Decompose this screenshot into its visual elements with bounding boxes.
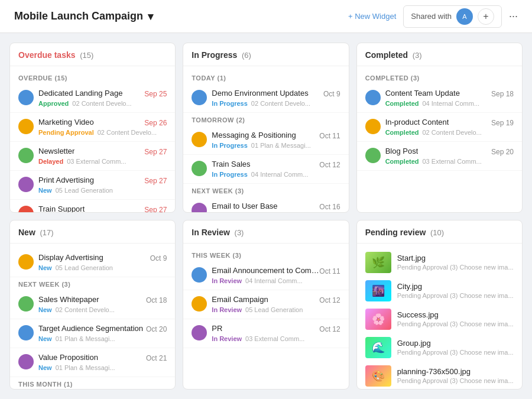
section-label: TOMORROW (2) (183, 113, 348, 126)
review-item-name: Success.jpg (397, 310, 514, 319)
new-widget-button[interactable]: + New Widget (348, 12, 396, 21)
task-date: Sep 27 (144, 177, 167, 186)
task-item[interactable]: Marketing VideoSep 26Pending Approval02 … (10, 113, 175, 142)
task-item[interactable]: Messaging & PositioningOct 11In Progress… (183, 126, 348, 155)
task-item[interactable]: Target Audience SegmentationOct 20New01 … (10, 319, 175, 348)
task-sub: 05 Lead Generation (245, 306, 303, 313)
task-item[interactable]: PROct 12In Review03 External Comm... (183, 319, 348, 348)
status-badge: New (38, 264, 52, 272)
task-item[interactable]: In-product ContentSep 19Completed02 Cont… (357, 113, 522, 142)
review-thumbnail: 🌊 (365, 337, 391, 358)
section-label: NEXT WEEK (3) (183, 184, 348, 197)
task-name: Messaging & Positioning (212, 131, 296, 140)
task-name: Dedicated Landing Page (38, 89, 122, 98)
task-sub: 01 Plan & Messagi... (56, 335, 115, 342)
task-item[interactable]: Dedicated Landing PageSep 25Approved02 C… (10, 84, 175, 113)
task-date: Oct 9 (150, 254, 167, 264)
task-date: Oct 11 (319, 267, 340, 277)
column-overdue-title: Overdue tasks (15) (18, 50, 93, 60)
task-name: Sales Whitepaper (38, 295, 99, 304)
status-badge: In Review (212, 306, 242, 314)
review-item-sub: Pending Approval (3) Choose new ima... (397, 264, 514, 271)
task-item[interactable]: NewsletterSep 27Delayed03 External Comm.… (10, 142, 175, 171)
status-badge: New (38, 186, 52, 194)
chevron-down-icon[interactable]: ▾ (148, 10, 153, 23)
task-sub: 03 External Comm... (423, 158, 482, 165)
task-sub: 04 Internal Comm... (251, 171, 309, 178)
review-item[interactable]: 🌊Group.jpgPending Approval (3) Choose ne… (357, 333, 522, 362)
task-name: Email Campaign (212, 295, 268, 304)
task-date: Sep 25 (144, 90, 167, 99)
task-name: Demo Environment Updates (212, 89, 308, 98)
task-item[interactable]: Email Announcement to Comp...Oct 11In Re… (183, 261, 348, 290)
task-item[interactable]: Print AdvertisingSep 27New05 Lead Genera… (10, 171, 175, 200)
task-date: Oct 16 (319, 203, 340, 212)
column-new: New (17) Display AdvertisingOct 9New05 L… (9, 220, 176, 390)
task-date: Oct 20 (146, 325, 167, 335)
status-badge: New (38, 306, 52, 314)
shared-with-label: Shared with (411, 12, 452, 21)
task-date: Sep 27 (144, 206, 167, 212)
task-item[interactable]: Sales WhitepaperOct 18New02 Content Deve… (10, 290, 175, 319)
review-thumbnail: 🌸 (365, 309, 391, 330)
task-sub: 03 External Comm... (245, 335, 304, 342)
task-date: Oct 11 (319, 132, 340, 141)
task-name: Train Support (38, 205, 85, 212)
task-name: Train Sales (212, 160, 250, 168)
task-sub: 02 Content Develo... (56, 306, 115, 313)
status-badge: Completed (385, 99, 419, 108)
column-completed-title: Completed (3) (365, 50, 422, 60)
status-badge: In Progress (212, 99, 248, 108)
review-item-name: Group.jpg (397, 339, 514, 348)
task-item[interactable]: Content Team UpdateSep 18Completed04 Int… (357, 84, 522, 113)
review-item[interactable]: 🌿Start.jpgPending Approval (3) Choose ne… (357, 248, 522, 277)
task-item[interactable]: Blog PostSep 20Completed03 External Comm… (357, 142, 522, 171)
review-item-name: planning-736x500.jpg (397, 367, 514, 376)
task-date: Oct 12 (319, 325, 340, 335)
review-item-sub: Pending Approval (3) Choose new ima... (397, 377, 514, 384)
task-sub: 05 Lead Generation (56, 264, 113, 271)
task-item[interactable]: Train SalesOct 12In Progress04 Internal … (183, 155, 348, 184)
status-badge: Pending Approval (38, 128, 94, 137)
status-badge: New (38, 335, 52, 343)
add-shared-button[interactable]: + (478, 8, 494, 25)
task-item[interactable]: Email to User BaseOct 16In Progress03 Ex… (183, 197, 348, 212)
column-in-progress: In Progress (6) TODAY (1)Demo Environmen… (183, 43, 349, 213)
task-name: Target Audience Segmentation (38, 324, 143, 333)
more-options-button[interactable]: ··· (509, 10, 518, 22)
section-label: THIS WEEK (3) (183, 248, 348, 261)
task-name: Display Advertising (38, 253, 103, 262)
task-item[interactable]: Train SupportSep 27New04 Internal Comm..… (10, 200, 175, 212)
task-name: PR (212, 324, 222, 333)
task-sub: 05 Lead Generation (56, 187, 113, 194)
section-label: OVERDUE (15) (10, 71, 175, 84)
review-thumbnail: 🎨 (365, 365, 391, 387)
column-pending-review-title: Pending review (10) (365, 228, 444, 237)
status-badge: New (38, 364, 52, 372)
review-item[interactable]: 🌆City.jpgPending Approval (3) Choose new… (357, 277, 522, 305)
task-date: Oct 9 (323, 90, 340, 99)
task-sub: 04 Internal Comm... (245, 277, 303, 284)
status-badge: In Review (212, 277, 242, 285)
status-badge: In Review (212, 335, 242, 343)
task-date: Sep 27 (144, 148, 167, 157)
section-label: COMPLETED (3) (357, 71, 522, 84)
task-item[interactable]: Display AdvertisingOct 9New05 Lead Gener… (10, 248, 175, 277)
task-sub: 02 Content Develo... (423, 129, 482, 136)
task-date: Oct 21 (146, 354, 167, 364)
task-date: Oct 18 (146, 296, 167, 306)
review-item-name: City.jpg (397, 282, 514, 291)
status-badge: Approved (38, 99, 69, 108)
task-name: Blog Post (385, 147, 419, 155)
review-item[interactable]: 🌸Success.jpgPending Approval (3) Choose … (357, 305, 522, 333)
task-item[interactable]: Value PropositionOct 21New01 Plan & Mess… (10, 348, 175, 377)
column-new-title: New (17) (18, 228, 54, 237)
task-item[interactable]: Demo Environment UpdatesOct 9In Progress… (183, 84, 348, 113)
avatar: A (456, 8, 473, 25)
task-date: Oct 12 (319, 296, 340, 306)
shared-with-box: Shared with A + (403, 5, 502, 28)
task-date: Sep 18 (491, 90, 514, 99)
review-item[interactable]: 🎨planning-736x500.jpgPending Approval (3… (357, 362, 522, 390)
task-item[interactable]: Email CampaignOct 12In Review05 Lead Gen… (183, 290, 348, 319)
review-item-name: Start.jpg (397, 254, 514, 262)
